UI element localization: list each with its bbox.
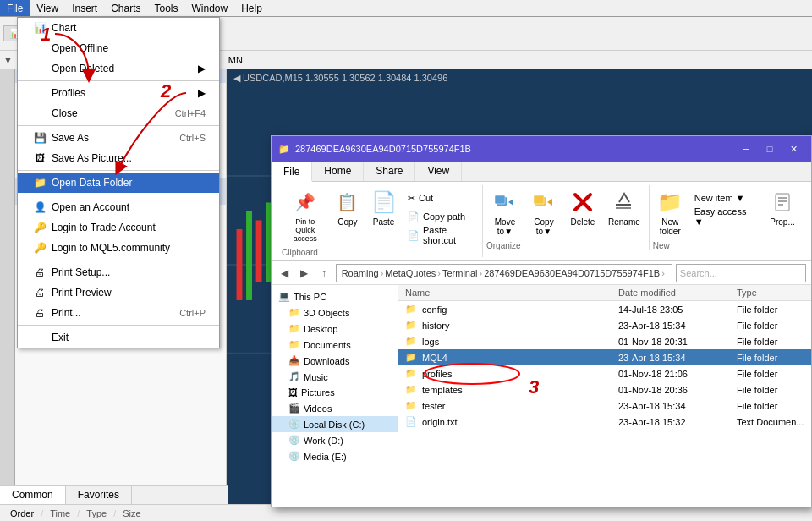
menu-open-offline[interactable]: Open Offline [18,38,219,58]
new-label: New [653,241,756,250]
ribbon-content: 📌 Pin to Quick access 📋 Copy 📄 Paste ✂ [272,182,811,260]
mql4-modified: 23-Apr-18 15:34 [618,353,737,363]
copy-to-icon [530,189,557,216]
paste-shortcut-btn[interactable]: 📄 Paste shortcut [403,226,479,244]
menu-insert[interactable]: Insert [65,0,104,16]
downloads-icon: 📥 [288,355,300,366]
close-menu-icon [31,107,48,120]
easy-access-btn[interactable]: Easy access ▼ [689,207,756,226]
menu-close[interactable]: Close Ctrl+F4 [18,103,219,123]
login-trade-label: Login to Trade Account [52,222,156,233]
menu-tools[interactable]: Tools [148,0,185,16]
tree-downloads[interactable]: 📥 Downloads [272,353,398,369]
menu-view[interactable]: View [30,0,65,16]
copy-to-btn[interactable]: Copyto▼ [525,185,562,239]
delete-btn[interactable]: Delete [564,185,601,230]
file-origin[interactable]: 📄origin.txt 23-Apr-18 15:32 Text Documen… [398,414,811,430]
menu-profiles[interactable]: Profiles ▶ [18,83,219,103]
tree-documents[interactable]: 📁 Documents [272,337,398,353]
file-config[interactable]: 📁config 14-Jul-18 23:05 File folder [398,301,811,317]
copy-path-btn[interactable]: 📄 Copy path [403,207,479,226]
paste-btn[interactable]: 📄 Paste [366,185,401,230]
chart-menu-icon: 📊 [31,21,48,35]
menu-help[interactable]: Help [234,0,269,16]
menu-print-setup[interactable]: 🖨 Print Setup... [18,262,219,282]
tree-work-d[interactable]: 💿 Work (D:) [272,432,398,448]
media-e-icon: 💿 [288,451,300,462]
order-tab[interactable]: Order [3,508,41,518]
rename-btn[interactable]: Rename [603,185,645,230]
addr-roaming: Roaming [342,268,379,278]
file-mql4[interactable]: 📁MQL4 23-Apr-18 15:34 File folder [398,349,811,365]
menu-open-data[interactable]: 📁 Open Data Folder [18,173,219,193]
forward-btn[interactable]: ▶ [296,265,312,282]
properties-btn[interactable]: Prop... [764,185,801,230]
file-profiles[interactable]: 📁profiles 01-Nov-18 21:06 File folder [398,365,811,381]
close-btn[interactable]: ✕ [782,140,804,157]
tester-modified: 23-Apr-18 15:34 [618,401,737,411]
trading-sidebar [0,69,15,504]
print-icon: 🖨 [31,306,48,320]
pin-btn[interactable]: 📌 Pin to Quick access [282,185,329,246]
delete-icon [569,189,596,216]
menu-exit[interactable]: Exit [18,327,219,348]
ribbon-tab-file[interactable]: File [272,162,312,182]
tree-media-e[interactable]: 💿 Media (E:) [272,448,398,464]
maximize-btn[interactable]: □ [759,140,781,157]
menu-open-deleted[interactable]: Open Deleted ▶ [18,58,219,79]
login-trade-icon: 🔑 [31,221,48,234]
svg-rect-40 [534,195,544,204]
file-history[interactable]: 📁history 23-Apr-18 15:34 File folder [398,317,811,333]
menu-login-mql5[interactable]: 🔑 Login to MQL5.community [18,238,219,258]
config-name: config [422,304,447,315]
properties-label: Prop... [770,217,794,227]
clipboard-group: 📌 Pin to Quick access 📋 Copy 📄 Paste ✂ [278,185,483,257]
address-bar[interactable]: Roaming › MetaQuotes › Terminal › 287469… [336,264,672,282]
copy-btn[interactable]: 📋 Copy [331,185,365,230]
minimize-btn[interactable]: ─ [735,140,757,157]
tree-desktop[interactable]: 📁 Desktop [272,321,398,337]
cut-btn[interactable]: ✂ Cut [403,189,479,207]
search-box[interactable]: Search... [676,264,806,282]
desktop-icon: 📁 [288,323,300,334]
profiles-menu-label: Profiles [52,87,85,99]
menu-open-account[interactable]: 👤 Open an Account [18,197,219,217]
up-btn[interactable]: ↑ [315,265,332,282]
file-logs[interactable]: 📁logs 01-Nov-18 20:31 File folder [398,333,811,349]
new-folder-btn[interactable]: 📁 Newfolder [653,185,688,239]
menu-print[interactable]: 🖨 Print... Ctrl+P [18,303,219,323]
ribbon-tab-share[interactable]: Share [364,162,415,181]
logs-icon: 📁 [405,336,417,347]
tab-common[interactable]: Common [0,486,66,504]
menu-file[interactable]: File [0,0,30,16]
tree-3d-objects[interactable]: 📁 3D Objects [272,304,398,321]
back-btn[interactable]: ◀ [277,265,293,282]
menu-save-as-picture[interactable]: 🖼 Save As Picture... [18,148,219,168]
print-shortcut: Ctrl+P [179,308,206,318]
tf-mn[interactable]: MN [225,54,246,66]
menu-login-trade[interactable]: 🔑 Login to Trade Account [18,217,219,238]
tree-music[interactable]: 🎵 Music [272,369,398,385]
file-tester[interactable]: 📁tester 23-Apr-18 15:34 File folder [398,398,811,414]
file-templates[interactable]: 📁templates 01-Nov-18 20:36 File folder [398,381,811,398]
tree-pictures[interactable]: 🖼 Pictures [272,385,398,400]
menu-print-preview[interactable]: 🖨 Print Preview [18,282,219,303]
move-label: Moveto▼ [495,217,515,236]
menu-save-as[interactable]: 💾 Save As Ctrl+S [18,128,219,148]
3d-label: 3D Objects [304,308,349,318]
menu-window[interactable]: Window [185,0,235,16]
menu-charts[interactable]: Charts [104,0,147,16]
tree-this-pc[interactable]: 💻 This PC [272,288,398,304]
ribbon-tab-view[interactable]: View [415,162,462,181]
tree-videos[interactable]: 🎬 Videos [272,400,398,416]
tab-favorites[interactable]: Favorites [66,486,132,504]
new-item-btn[interactable]: New item ▼ [689,189,756,207]
menu-chart[interactable]: 📊 Chart [18,18,219,38]
header-name: Name [405,288,618,298]
move-to-btn[interactable]: Moveto▼ [486,185,524,239]
chart-info: ◀ USDCAD,M15 1.30555 1.30562 1.30484 1.3… [227,69,812,87]
ribbon-tab-home[interactable]: Home [312,162,364,181]
header-modified: Date modified [618,288,737,298]
sep5 [18,260,219,260]
tree-local-disk[interactable]: 💿 Local Disk (C:) [272,416,398,432]
